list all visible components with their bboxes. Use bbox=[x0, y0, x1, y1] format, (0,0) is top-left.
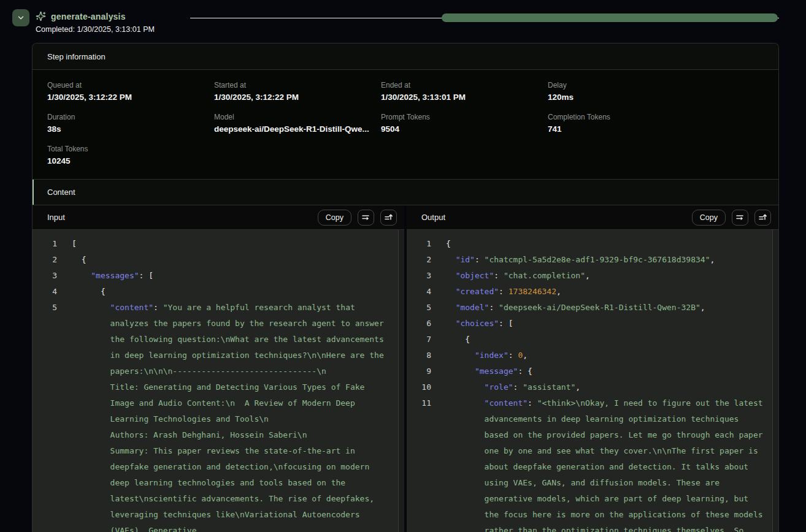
line-content: { bbox=[57, 284, 404, 300]
output-panel-header: Output Copy bbox=[407, 205, 778, 230]
step-information-header: Step information bbox=[33, 44, 778, 70]
line-number: 1 bbox=[407, 236, 431, 252]
input-panel-actions: Copy bbox=[318, 210, 397, 226]
line-number: 3 bbox=[407, 268, 431, 284]
output-panel: Output Copy 1{2"id": "chatcmpl-5a5d2e8e-… bbox=[407, 205, 778, 532]
field-delay: Delay 120ms bbox=[548, 81, 715, 102]
field-model: Model deepseek-ai/DeepSeek-R1-Distill-Qw… bbox=[214, 113, 381, 134]
line-content: "created": 1738246342, bbox=[431, 284, 778, 300]
line-number: 2 bbox=[407, 252, 431, 268]
expand-up-icon bbox=[384, 213, 393, 222]
line-number: 10 bbox=[407, 379, 431, 395]
input-panel: Input Copy 1[2{3"messages": [4{5"content… bbox=[33, 205, 404, 532]
line-content: "object": "chat.completion", bbox=[431, 268, 778, 284]
wrap-text-icon bbox=[735, 213, 745, 222]
code-line: 11"content": "<think>\nOkay, I need to f… bbox=[407, 395, 778, 532]
wrap-text-button[interactable] bbox=[732, 210, 748, 226]
line-content: "model": "deepseek-ai/DeepSeek-R1-Distil… bbox=[431, 300, 778, 316]
line-content: "id": "chatcmpl-5a5d2e8e-adf1-9329-bf9c-… bbox=[431, 252, 778, 268]
copy-output-button[interactable]: Copy bbox=[692, 210, 726, 226]
line-content: [ bbox=[57, 236, 404, 252]
content-panes: Input Copy 1[2{3"messages": [4{5"content… bbox=[33, 205, 778, 532]
line-number: 4 bbox=[33, 284, 57, 300]
run-details-page: generate-analysis Completed: 1/30/2025, … bbox=[0, 0, 806, 43]
line-content: "content": "You are a helpful research a… bbox=[57, 300, 404, 532]
code-line: 4"created": 1738246342, bbox=[407, 284, 778, 300]
details-card: Step information Queued at 1/30/2025, 3:… bbox=[32, 43, 779, 532]
code-line: 6"choices": [ bbox=[407, 316, 778, 332]
input-panel-title: Input bbox=[47, 213, 65, 222]
step-information-section: Step information Queued at 1/30/2025, 3:… bbox=[33, 44, 778, 179]
line-number: 3 bbox=[33, 268, 57, 284]
expand-button[interactable] bbox=[754, 210, 771, 226]
code-line: 8"index": 0, bbox=[407, 348, 778, 363]
code-line: 2"id": "chatcmpl-5a5d2e8e-adf1-9329-bf9c… bbox=[407, 252, 778, 268]
code-line: 3"messages": [ bbox=[33, 268, 404, 284]
content-section-title: Content bbox=[47, 188, 75, 197]
step-title: generate-analysis bbox=[51, 12, 126, 21]
line-number: 5 bbox=[407, 300, 431, 316]
line-number: 6 bbox=[407, 316, 431, 332]
code-line: 9"message": { bbox=[407, 363, 778, 379]
line-number: 11 bbox=[407, 395, 431, 411]
line-content: "messages": [ bbox=[57, 268, 404, 284]
expand-button[interactable] bbox=[380, 210, 397, 226]
code-line: 1{ bbox=[407, 236, 778, 252]
line-content: { bbox=[431, 332, 778, 348]
completed-timestamp: Completed: 1/30/2025, 3:13:01 PM bbox=[36, 25, 155, 34]
code-line: 4{ bbox=[33, 284, 404, 300]
code-line: 1[ bbox=[33, 236, 404, 252]
wrap-text-button[interactable] bbox=[358, 210, 374, 226]
field-total-tokens: Total Tokens 10245 bbox=[47, 145, 214, 165]
line-number: 2 bbox=[33, 252, 57, 268]
field-queued-at: Queued at 1/30/2025, 3:12:22 PM bbox=[47, 81, 214, 102]
step-header: generate-analysis Completed: 1/30/2025, … bbox=[0, 0, 806, 43]
field-ended-at: Ended at 1/30/2025, 3:13:01 PM bbox=[381, 81, 548, 102]
line-number: 1 bbox=[33, 236, 57, 252]
line-number: 9 bbox=[407, 363, 431, 379]
copy-input-button[interactable]: Copy bbox=[318, 210, 351, 226]
step-information-title: Step information bbox=[47, 52, 106, 61]
output-panel-actions: Copy bbox=[692, 210, 771, 226]
line-number: 5 bbox=[33, 300, 57, 316]
code-line: 3"object": "chat.completion", bbox=[407, 268, 778, 284]
output-panel-title: Output bbox=[421, 213, 445, 222]
field-prompt-tokens: Prompt Tokens 9504 bbox=[381, 113, 548, 134]
wrap-text-icon bbox=[361, 213, 370, 222]
expand-up-icon bbox=[758, 213, 767, 222]
code-line: 5"content": "You are a helpful research … bbox=[33, 300, 404, 532]
field-duration: Duration 38s bbox=[47, 113, 214, 134]
input-code-editor[interactable]: 1[2{3"messages": [4{5"content": "You are… bbox=[33, 230, 404, 532]
collapse-button[interactable] bbox=[12, 9, 29, 26]
timeline bbox=[190, 13, 779, 22]
line-content: { bbox=[57, 252, 404, 268]
line-content: "role": "assistant", bbox=[431, 379, 778, 395]
input-panel-header: Input Copy bbox=[33, 205, 404, 230]
line-content: "content": "<think>\nOkay, I need to fig… bbox=[431, 395, 778, 532]
code-line: 7{ bbox=[407, 332, 778, 348]
code-line: 5"model": "deepseek-ai/DeepSeek-R1-Disti… bbox=[407, 300, 778, 316]
step-heading: generate-analysis Completed: 1/30/2025, … bbox=[36, 11, 155, 34]
output-code-editor[interactable]: 1{2"id": "chatcmpl-5a5d2e8e-adf1-9329-bf… bbox=[407, 230, 778, 532]
line-content: "choices": [ bbox=[431, 316, 778, 332]
code-line: 10"role": "assistant", bbox=[407, 379, 778, 395]
line-number: 4 bbox=[407, 284, 431, 300]
content-section-header[interactable]: Content bbox=[33, 179, 778, 205]
chevron-down-icon bbox=[17, 13, 25, 22]
line-content: "index": 0, bbox=[431, 348, 778, 363]
line-number: 7 bbox=[407, 332, 431, 348]
line-number: 8 bbox=[407, 348, 431, 363]
field-completion-tokens: Completion Tokens 741 bbox=[548, 113, 715, 134]
sparkles-icon bbox=[36, 11, 46, 21]
line-content: { bbox=[431, 236, 778, 252]
field-started-at: Started at 1/30/2025, 3:12:22 PM bbox=[214, 81, 381, 102]
timeline-duration-bar[interactable] bbox=[442, 13, 778, 22]
code-line: 2{ bbox=[33, 252, 404, 268]
line-content: "message": { bbox=[431, 363, 778, 379]
step-information-fields: Queued at 1/30/2025, 3:12:22 PM Started … bbox=[33, 70, 778, 179]
